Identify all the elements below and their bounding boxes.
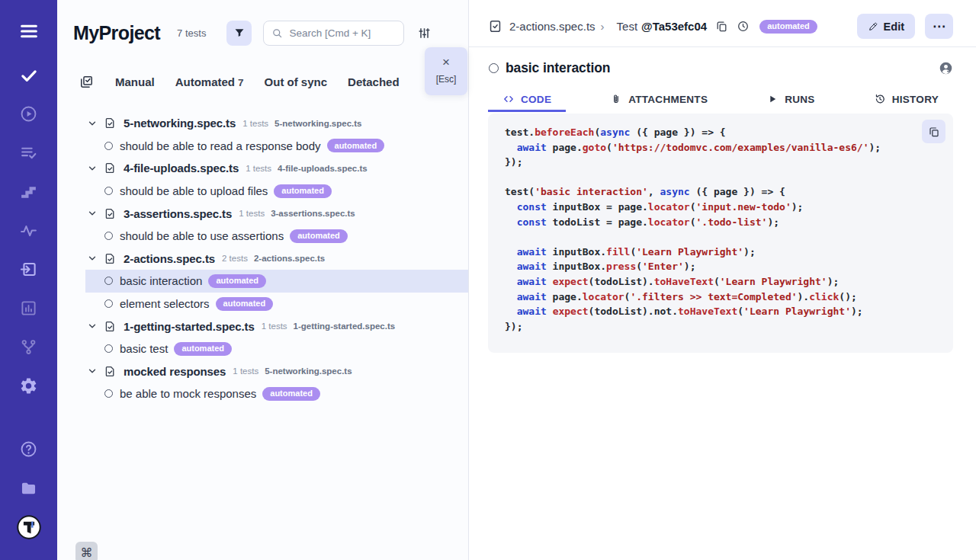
tree-spec-row[interactable]: 3-assertions.spec.ts1 tests3-assertions.… (57, 202, 468, 225)
test-status-icon (104, 389, 113, 398)
sidebar-gear-icon[interactable] (12, 366, 46, 405)
test-status-icon (104, 142, 113, 150)
breadcrumb-spec[interactable]: 2-actions.spec.ts (509, 20, 596, 33)
tree-spec-row[interactable]: mocked responses1 tests5-networking.spec… (57, 360, 468, 383)
test-detail-panel: 2-actions.spec.ts › Test @Ta53efc04 auto… (469, 0, 976, 560)
filter-tab-detached[interactable]: Detached (348, 75, 400, 88)
test-name: should be able to upload files (120, 184, 268, 197)
test-status-icon (104, 232, 113, 240)
tab-history[interactable]: HISTORY (859, 88, 953, 112)
tree-spec-row[interactable]: 5-networking.spec.ts1 tests5-networking.… (57, 112, 468, 135)
test-name: element selectors (120, 297, 210, 310)
search-input[interactable] (289, 27, 396, 39)
code-tag-icon (502, 93, 515, 105)
close-icon[interactable]: × (442, 56, 450, 69)
test-name: basic interaction (120, 274, 202, 287)
cmd-shortcut-button[interactable]: ⌘ (75, 542, 98, 560)
spec-name: 1-getting-started.spec.ts (124, 320, 255, 333)
chevron-down-icon[interactable] (87, 118, 98, 129)
sidebar-menu-icon[interactable] (12, 11, 46, 51)
esc-tooltip[interactable]: × [Esc] (425, 47, 467, 95)
funnel-icon (233, 27, 246, 39)
spec-file-icon (104, 320, 117, 333)
detail-header: 2-actions.spec.ts › Test @Ta53efc04 auto… (469, 0, 976, 47)
spec-test-count: 1 tests (242, 119, 268, 128)
select-all-icon[interactable] (79, 75, 94, 89)
tab-runs[interactable]: RUNS (752, 88, 829, 112)
automated-badge: automated (290, 229, 348, 243)
code-content: test.beforeEach(async ({ page }) => { aw… (505, 125, 923, 334)
sidebar-stairs-icon[interactable] (12, 172, 46, 211)
sidebar-folder-icon[interactable] (12, 469, 46, 507)
spec-file-icon (488, 19, 502, 34)
pencil-icon (868, 21, 878, 32)
filter-settings-icon[interactable] (417, 26, 432, 40)
breadcrumb-separator: › (601, 20, 605, 33)
paperclip-icon (610, 93, 622, 105)
tab-attachments[interactable]: ATTACHMENTS (596, 88, 722, 112)
chevron-down-icon[interactable] (87, 366, 98, 376)
automated-badge: automated (208, 274, 266, 288)
spec-name: 4-file-uploads.spec.ts (124, 162, 239, 174)
sidebar-import-icon[interactable] (12, 250, 46, 289)
tree-test-row[interactable]: element selectorsautomated (57, 293, 468, 315)
sidebar (0, 0, 57, 560)
sidebar-pulse-icon[interactable] (12, 211, 46, 250)
sidebar-bar-chart-icon[interactable] (12, 289, 46, 328)
tree-test-row[interactable]: basic interactionautomated (85, 270, 468, 293)
test-status-icon (104, 299, 113, 308)
spec-test-count: 1 tests (246, 164, 271, 173)
edit-button[interactable]: Edit (857, 14, 915, 39)
tab-code[interactable]: CODE (488, 88, 566, 112)
search-box[interactable] (263, 21, 404, 46)
history-clock-icon[interactable] (737, 20, 750, 33)
test-name: should be able to use assertions (120, 229, 284, 242)
automated-badge: automated (216, 297, 274, 311)
filter-tab-manual[interactable]: Manual (115, 75, 155, 88)
tree-test-row[interactable]: should be able to use assertionsautomate… (57, 225, 468, 248)
sidebar-check-icon[interactable] (12, 56, 46, 94)
search-icon (271, 27, 283, 39)
tests-count: 7 tests (177, 27, 206, 39)
copy-code-button[interactable] (922, 120, 946, 143)
spec-file-icon (104, 365, 117, 378)
filter-tabs: ManualAutomated7Out of syncDetached (115, 75, 400, 88)
tree-spec-row[interactable]: 1-getting-started.spec.ts1 tests1-gettin… (57, 315, 468, 338)
sidebar-help-icon[interactable] (12, 430, 46, 469)
sidebar-branch-icon[interactable] (12, 328, 46, 366)
tree-test-row[interactable]: be able to mock responsesautomated (57, 382, 468, 405)
tree-spec-row[interactable]: 2-actions.spec.ts2 tests2-actions.spec.t… (57, 248, 468, 270)
spec-name: mocked responses (124, 365, 226, 378)
test-tree: 5-networking.spec.ts1 tests5-networking.… (57, 112, 468, 405)
spec-file-name: 1-getting-started.spec.ts (294, 322, 396, 331)
test-status-icon (104, 344, 113, 353)
spec-file-name: 5-networking.spec.ts (274, 119, 361, 128)
spec-test-count: 1 tests (239, 209, 265, 218)
esc-label: [Esc] (436, 74, 457, 85)
spec-test-count: 1 tests (233, 366, 258, 376)
sidebar-logo-icon[interactable] (12, 507, 46, 546)
tree-test-row[interactable]: basic testautomated (57, 338, 468, 360)
play-solid-icon (766, 93, 779, 105)
test-title-row: basic interaction (489, 57, 953, 78)
filter-button[interactable] (226, 21, 252, 46)
filter-tab-automated[interactable]: Automated7 (175, 75, 244, 88)
more-button[interactable]: ⋯ (925, 14, 953, 39)
project-title: MyProject (73, 22, 160, 44)
chevron-down-icon[interactable] (87, 163, 98, 174)
tree-spec-row[interactable]: 4-file-uploads.spec.ts1 tests4-file-uplo… (57, 157, 468, 180)
tree-test-row[interactable]: should be able to upload filesautomated (57, 180, 468, 203)
spec-file-icon (104, 117, 117, 130)
copy-id-icon[interactable] (715, 20, 728, 33)
assignee-avatar[interactable] (939, 61, 953, 75)
automated-badge: automated (327, 139, 385, 152)
chevron-down-icon[interactable] (87, 253, 98, 264)
chevron-down-icon[interactable] (87, 321, 98, 331)
chevron-down-icon[interactable] (87, 208, 98, 219)
filter-tab-out-of-sync[interactable]: Out of sync (265, 75, 328, 88)
sidebar-play-circle-icon[interactable] (12, 94, 46, 133)
spec-file-name: 2-actions.spec.ts (254, 254, 325, 263)
spec-test-count: 1 tests (262, 322, 287, 331)
tree-test-row[interactable]: should be able to read a response bodyau… (57, 135, 468, 158)
sidebar-list-check-icon[interactable] (12, 133, 46, 172)
